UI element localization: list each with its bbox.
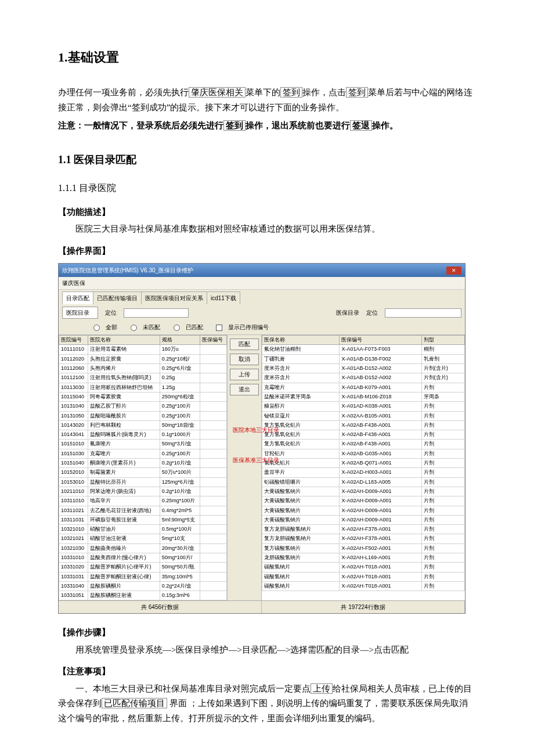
insurance-grid[interactable]: 医保名称医保编号剂型氟化钠甘油糊剂X-A01AA-F073-F003糊剂丁硼乳膏… <box>262 335 465 591</box>
table-row[interactable]: 复方龙胆碳酸氢钠片X-A02AH-F378-A001片剂 <box>262 525 465 534</box>
table-row[interactable]: 10331010盐酸美西律片(慢心律片)50mg*100片/ <box>59 553 227 563</box>
table-row[interactable]: 度米芬含片X-A01AB-D152-A002片剂(含片) <box>262 373 465 383</box>
radio-unmatched[interactable]: 未匹配 <box>131 324 166 330</box>
table-row[interactable]: 10112060头孢丙烯片0.25g*6片/盒 <box>59 364 227 373</box>
toolbar: 医院目录 定位 医保目录 定位 <box>59 304 465 321</box>
cell: 盐酸曲美他嗪片 <box>88 543 160 553</box>
table-row[interactable]: 10331051盐酸胺碘酮注射液0.15g:3ml*6 <box>59 591 227 600</box>
checkbox-show-disabled[interactable]: 显示已停用编号 <box>216 324 275 330</box>
cell <box>200 402 226 411</box>
cell: 片剂 <box>421 525 464 534</box>
table-row[interactable]: 大黄碳酸氢钠片X-A02AH-D009-A001片剂 <box>262 506 465 515</box>
cell: 盐酸乙胺丁醇片 <box>88 402 160 411</box>
intro-p1: 办理任何一项业务前，必须先执行肇庆医保相关菜单下的签到操作，点击签到菜单后若与中… <box>58 85 476 115</box>
menu-item[interactable]: 肇庆医保 <box>62 280 85 286</box>
table-row[interactable]: 10152010制霉菌素片50万u*100片 <box>59 468 227 477</box>
radio-matched[interactable]: 已匹配 <box>174 324 209 330</box>
cell: 硝酸甘油注射液 <box>88 534 160 543</box>
table-row[interactable]: 10211010阿苯达唑片(肠虫清)0.2g*10片/盒 <box>59 487 227 496</box>
table-row[interactable]: 复方龙胆碳酸氢钠片X-A02AH-F378-A001片剂 <box>262 534 465 543</box>
table-row[interactable]: 10151010氟康唑片50mg*3片/盒 <box>59 440 227 449</box>
radio-label: 已匹配 <box>186 324 203 330</box>
table-row[interactable]: 铋镁豆蔻片X-A02AA-B105-A001片剂 <box>262 411 465 420</box>
upload-button[interactable]: 上传 <box>230 369 259 380</box>
table-row[interactable]: 10111010注射用青霉素钠160万u <box>59 345 227 354</box>
table-row[interactable]: 10131040盐酸乙胺丁醇片0.25g*100片 <box>59 402 227 411</box>
body-area: 医院编号医院名称规格医保编号10111010注射用青霉素钠160万u101120… <box>59 334 465 600</box>
table-row[interactable]: 10113030注射用哌拉西林钠舒巴坦钠1.25g <box>59 383 227 392</box>
cell: 10131050 <box>59 411 88 420</box>
tab-icd11[interactable]: icd11下载 <box>207 291 240 304</box>
table-row[interactable]: 10112020头孢拉定胶囊0.25g*10粒/ <box>59 354 227 363</box>
table-row[interactable]: 10331020盐酸普罗帕酮片(心律平片)50mg*50片/瓶 <box>59 563 227 572</box>
cell: 0.25g*6片/盒 <box>160 364 200 373</box>
close-icon[interactable]: ✕ <box>446 267 461 275</box>
table-row[interactable]: 10143020利巴韦林颗粒50mg*18袋/盒 <box>59 420 227 430</box>
cell: X-A01AB-D152-A002 <box>340 364 421 373</box>
table-row[interactable]: 度米芬含片X-A01AB-D152-A002片剂(含片) <box>262 364 465 373</box>
table-row[interactable]: 盖胃平片X-A02AD-H003-A001片剂 <box>262 468 465 477</box>
table-row[interactable]: 复方碳酸氢钠片X-A02AH-F502-A001片剂 <box>262 543 465 553</box>
table-row[interactable]: 10321021硝酸甘油注射液5mg*10支 <box>59 534 227 543</box>
cell: 片剂 <box>421 430 464 440</box>
tab-catalog-match[interactable]: 目录匹配 <box>62 291 93 304</box>
table-row[interactable]: 复方氢氧化铝片X-A02AB-F438-A001片剂 <box>262 440 465 449</box>
table-row[interactable]: 碳酸氢钠片X-A02AH-T018-A001片剂 <box>262 572 465 581</box>
tab-matched-upload[interactable]: 已匹配传输项目 <box>93 291 142 304</box>
cell: 10321010 <box>59 525 88 534</box>
locate-input-right[interactable] <box>385 308 461 318</box>
hospital-catalog-dropdown[interactable]: 医院目录 <box>62 307 98 319</box>
hospital-grid[interactable]: 医院编号医院名称规格医保编号10111010注射用青霉素钠160万u101120… <box>59 335 227 600</box>
table-row[interactable]: 10311010地高辛片0.25mg*100片 <box>59 496 227 506</box>
table-row[interactable]: 10131050盐酸吡嗪酰胺片0.25g*100片 <box>59 411 227 420</box>
exit-button[interactable]: 退出 <box>230 384 259 395</box>
locate-input-left[interactable] <box>124 308 189 318</box>
cell: 环磷腺苷葡胺注射液 <box>88 515 160 524</box>
table-row[interactable]: 甘羟铝片X-A02AB-G035-A001片剂 <box>262 449 465 458</box>
table-row[interactable]: 10151030克霉唑片0.25g*100片 <box>59 449 227 458</box>
cancel-button[interactable]: 取消 <box>230 354 259 365</box>
cell: X-A01AA-F073-F003 <box>340 345 421 354</box>
table-row[interactable]: 10331040盐酸胺碘酮片0.2g*24片/盒 <box>59 581 227 591</box>
cell: 复方氢氧化铝片 <box>262 420 340 430</box>
table-row[interactable]: 大黄碳酸氢钠片X-A02AH-D009-A001片剂 <box>262 515 465 524</box>
table-row[interactable]: 10143041盐酸吗啉胍片(病毒灵片)0.1g*1000片 <box>59 430 227 440</box>
col-header: 规格 <box>160 336 200 345</box>
table-row[interactable]: 10112100注射用拉氧头孢钠(噻吗灵)0.25g <box>59 373 227 383</box>
cell: 利巴韦林颗粒 <box>88 420 160 430</box>
table-row[interactable]: 大黄碳酸氢钠片X-A02AH-D009-A001片剂 <box>262 487 465 496</box>
table-row[interactable]: 10331031盐酸普罗帕酮注射液(心律)35mg:10ml*5 <box>59 572 227 581</box>
table-row[interactable]: 10321010硝酸甘油片0.5mg*100片 <box>59 525 227 534</box>
match-button[interactable]: 匹配 <box>230 339 259 350</box>
table-row[interactable]: 铝碳酸镁咀嚼片X-A02AD-L183-A005片剂 <box>262 477 465 487</box>
table-row[interactable]: 10151040酮康唑片(里素芬片)0.2g*10片/盒 <box>59 459 227 468</box>
table-row[interactable]: 大黄碳酸氢钠片X-A02AH-D009-A001片剂 <box>262 496 465 506</box>
table-row[interactable]: 丁硼乳膏X-A01AB-D138-F002乳膏剂 <box>262 354 465 363</box>
table-row[interactable]: 10115040阿奇霉素胶囊250mg*6粒/盒 <box>59 392 227 401</box>
text: 操作，退出系统前也要进行 <box>246 121 350 130</box>
cell: 复方龙胆碳酸氢钠片 <box>262 525 340 534</box>
cell <box>200 430 226 440</box>
text: 办理任何一项业务前，必须先执行 <box>58 88 189 97</box>
table-row[interactable]: 碳酸氢钠片X-A02AH-T018-A001片剂 <box>262 563 465 572</box>
table-row[interactable]: 10153010盐酸特比萘芬片125mg*6片/盒 <box>59 477 227 487</box>
table-row[interactable]: 10311031环磷腺苷葡胺注射液5ml:90mg*5支 <box>59 515 227 524</box>
window-titlebar: 欣翔医院信息管理系统(HMIS) V6.30_医保目录维护 ✕ <box>59 264 465 277</box>
table-row[interactable]: 复方氢氧化铝片X-A02AB-F438-A001片剂 <box>262 420 465 430</box>
table-row[interactable]: 氟化钠甘油糊剂X-A01AA-F073-F003糊剂 <box>262 345 465 354</box>
table-row[interactable]: 10311021去乙酰毛花苷注射液(西地)0.4mg*2ml*5 <box>59 506 227 515</box>
table-row[interactable]: 糠甾醇片X-A01AD-K038-A001片剂 <box>262 402 465 411</box>
cell: 牙周条 <box>421 392 464 401</box>
table-row[interactable]: 龙胆碳酸氢钠片X-A02AH-L169-A001片剂 <box>262 553 465 563</box>
table-row[interactable]: 10321030盐酸曲美他嗪片20mg*30片/盒 <box>59 543 227 553</box>
radio-all[interactable]: 全部 <box>93 324 123 330</box>
cell: 10311021 <box>59 506 88 515</box>
table-row[interactable]: 氢氧化铝片X-A02AB-Q071-A001片剂 <box>262 459 465 468</box>
tab-hospital-relation[interactable]: 医院医保项目对应关系 <box>141 291 207 304</box>
table-row[interactable]: 盐酸米诺环素牙周条X-A01AB-M106-Z018牙周条 <box>262 392 465 401</box>
table-row[interactable]: 克霉唑片X-A01AB-K079-A001片剂 <box>262 383 465 392</box>
cell: 10151030 <box>59 449 88 458</box>
table-row[interactable]: 碳酸氢钠片X-A02AH-T018-A001片剂 <box>262 581 465 591</box>
cell: 0.2g*10片/盒 <box>160 487 200 496</box>
table-row[interactable]: 复方氢氧化铝片X-A02AB-F438-A001片剂 <box>262 430 465 440</box>
